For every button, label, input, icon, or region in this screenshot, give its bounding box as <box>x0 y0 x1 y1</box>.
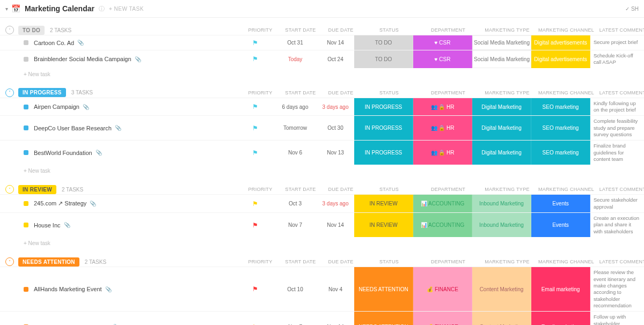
due-date[interactable]: 3 days ago <box>317 98 354 116</box>
priority-flag-icon[interactable]: ⚑ <box>236 98 274 116</box>
task-name-label[interactable]: BestWorld Foundation <box>34 150 92 156</box>
task-row[interactable]: Brainblender Social Media Campaign📎⚑Toda… <box>0 50 644 68</box>
task-row[interactable]: Airpen Campaign📎⚑6 days ago3 days agoIN … <box>0 98 644 116</box>
marketing-type-pill[interactable]: Social Media Marketing <box>472 50 531 68</box>
status-square-icon[interactable] <box>24 57 28 62</box>
due-date[interactable]: Nov 14 <box>317 35 354 50</box>
task-row[interactable]: AllHands Marketing Event📎⚑Oct 10Nov 4NEE… <box>0 267 644 311</box>
task-name-label[interactable]: House Inc <box>34 222 61 228</box>
status-square-icon[interactable] <box>24 150 28 155</box>
task-row[interactable]: DeepCo User Base Research📎⚑TomorrowOct 3… <box>0 115 644 140</box>
status-square-icon[interactable] <box>24 223 28 227</box>
attachment-icon[interactable]: 📎 <box>83 104 89 110</box>
marketing-type-pill[interactable]: Social Media Marketing <box>472 35 531 50</box>
task-row[interactable]: BestWorld Foundation📎⚑Nov 6Nov 13IN PROG… <box>0 140 644 165</box>
status-pill[interactable]: TO DO <box>354 50 413 68</box>
department-pill[interactable]: 💰 FINANCE <box>413 312 472 325</box>
attachment-icon[interactable]: 📎 <box>96 150 102 156</box>
status-square-icon[interactable] <box>24 201 28 206</box>
status-pill[interactable]: IN PROGRESS <box>354 141 413 165</box>
marketing-channel-pill[interactable]: Digital advertisements <box>531 35 590 50</box>
marketing-channel-pill[interactable]: Events <box>531 213 590 237</box>
status-badge[interactable]: NEEDS ATTENTION <box>18 257 79 267</box>
collapse-icon[interactable]: ˅ <box>5 88 14 97</box>
marketing-channel-pill[interactable]: Email marketing <box>531 267 590 311</box>
new-task-row[interactable]: + New task <box>0 165 644 177</box>
task-row[interactable]: 245.com ↗ Strategy📎⚑Oct 33 days agoIN RE… <box>0 194 644 212</box>
marketing-type-pill[interactable]: Digital Marketing <box>472 98 531 116</box>
due-date[interactable]: 3 days ago <box>317 195 354 212</box>
marketing-type-pill[interactable]: Digital Marketing <box>472 141 531 165</box>
attachment-icon[interactable]: 📎 <box>77 40 84 46</box>
status-badge[interactable]: IN REVIEW <box>18 185 56 194</box>
task-name-label[interactable]: Brainblender Social Media Campaign <box>34 56 131 62</box>
due-date[interactable]: Oct 30 <box>317 116 354 140</box>
info-icon[interactable]: ⓘ <box>99 5 105 13</box>
priority-flag-icon[interactable]: ⚑ <box>236 116 274 140</box>
marketing-channel-pill[interactable]: SEO marketing <box>531 116 590 140</box>
priority-flag-icon[interactable]: ⚑ <box>236 195 274 212</box>
status-pill[interactable]: NEEDS ATTENTION <box>354 312 413 325</box>
priority-flag-icon[interactable]: ⚑ <box>236 141 274 165</box>
status-pill[interactable]: TO DO <box>354 35 413 50</box>
start-date[interactable]: 6 days ago <box>274 98 317 116</box>
marketing-type-pill[interactable]: Inbound Marketing <box>472 195 531 212</box>
status-pill[interactable]: IN REVIEW <box>354 213 413 237</box>
start-date[interactable]: Nov 6 <box>274 141 317 165</box>
attachment-icon[interactable]: 📎 <box>115 125 121 131</box>
department-pill[interactable]: 👥 🔒 HR <box>413 141 472 165</box>
department-pill[interactable]: 👥 🔒 HR <box>413 98 472 116</box>
attachment-icon[interactable]: 📎 <box>105 286 112 292</box>
new-task-button[interactable]: + NEW TASK <box>109 6 144 12</box>
task-name-label[interactable]: Cartoon Co. Ad <box>34 40 74 46</box>
marketing-channel-pill[interactable]: Email marketing <box>531 312 590 325</box>
start-date[interactable]: Tomorrow <box>274 116 317 140</box>
priority-flag-icon[interactable]: ⚑ <box>236 267 274 311</box>
status-square-icon[interactable] <box>24 40 28 45</box>
marketing-type-pill[interactable]: Content Marketing <box>472 312 531 325</box>
due-date[interactable]: Nov 14 <box>317 213 354 237</box>
marketing-channel-pill[interactable]: SEO marketing <box>531 141 590 165</box>
status-pill[interactable]: IN PROGRESS <box>354 116 413 140</box>
department-pill[interactable]: ♥ CSR <box>413 35 472 50</box>
attachment-icon[interactable]: 📎 <box>64 222 70 228</box>
marketing-channel-pill[interactable]: Events <box>531 195 590 212</box>
task-row[interactable]: House Inc📎⚑Nov 7Nov 14IN REVIEW📊 ACCOUNT… <box>0 212 644 237</box>
status-pill[interactable]: IN REVIEW <box>354 195 413 212</box>
status-square-icon[interactable] <box>24 287 28 292</box>
new-task-row[interactable]: + New task <box>0 237 644 249</box>
priority-flag-icon[interactable]: ⚑ <box>236 35 274 50</box>
status-pill[interactable]: IN PROGRESS <box>354 98 413 116</box>
department-pill[interactable]: 👥 🔒 HR <box>413 116 472 140</box>
status-badge[interactable]: IN PROGRESS <box>18 88 66 97</box>
start-date[interactable]: Oct 31 <box>274 35 317 50</box>
start-date[interactable]: Nov 7 <box>274 213 317 237</box>
task-name-label[interactable]: AllHands Marketing Event <box>34 286 102 292</box>
due-date[interactable]: Nov 14 <box>317 312 354 325</box>
task-name-label[interactable]: DeepCo User Base Research <box>34 125 112 131</box>
collapse-icon[interactable]: ˅ <box>5 185 14 194</box>
priority-flag-icon[interactable]: ⚑ <box>236 50 274 68</box>
status-square-icon[interactable] <box>24 125 28 130</box>
task-row[interactable]: Cartoon Co. Ad📎⚑Oct 31Nov 14TO DO♥ CSRSo… <box>0 35 644 50</box>
due-date[interactable]: Nov 4 <box>317 267 354 311</box>
priority-flag-icon[interactable]: ⚑ <box>236 213 274 237</box>
status-square-icon[interactable] <box>24 105 28 109</box>
status-badge[interactable]: TO DO <box>18 26 45 35</box>
marketing-type-pill[interactable]: Content Marketing <box>472 267 531 311</box>
start-date[interactable]: Oct 10 <box>274 267 317 311</box>
status-pill[interactable]: NEEDS ATTENTION <box>354 267 413 311</box>
task-row[interactable]: Building Better Brunches Inc.📎⚑Nov 7Nov … <box>0 311 644 325</box>
task-name-label[interactable]: Airpen Campaign <box>34 104 79 110</box>
priority-flag-icon[interactable]: ⚑ <box>236 312 274 325</box>
department-pill[interactable]: ♥ CSR <box>413 50 472 68</box>
marketing-type-pill[interactable]: Inbound Marketing <box>472 213 531 237</box>
attachment-icon[interactable]: 📎 <box>90 201 96 206</box>
marketing-channel-pill[interactable]: SEO marketing <box>531 98 590 116</box>
due-date[interactable]: Oct 24 <box>317 50 354 68</box>
header-right[interactable]: ✓ SH <box>625 6 639 12</box>
marketing-type-pill[interactable]: Digital Marketing <box>472 116 531 140</box>
due-date[interactable]: Nov 13 <box>317 141 354 165</box>
start-date[interactable]: Nov 7 <box>274 312 317 325</box>
start-date[interactable]: Today <box>274 50 317 68</box>
